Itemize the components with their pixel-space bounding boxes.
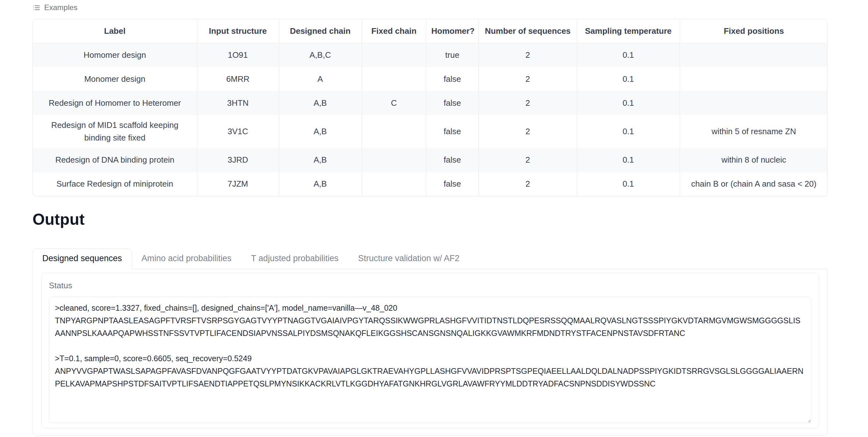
cell-fixed-positions[interactable] [680,91,828,115]
cell-input-structure[interactable]: 3JRD [197,148,279,172]
example-row-miniprotein-surface[interactable]: Surface Redesign of miniprotein 7JZM A,B… [33,172,828,196]
cell-fixed-chain[interactable] [362,67,426,91]
cell-designed-chain[interactable]: A [279,67,362,91]
cell-number-of-sequences[interactable]: 2 [478,67,577,91]
output-heading: Output [32,210,828,229]
cell-input-structure[interactable]: 7JZM [197,172,279,196]
tab-structure-validation-af2[interactable]: Structure validation w/ AF2 [348,248,469,269]
status-label: Status [49,281,811,291]
example-row-homomer-to-heteromer[interactable]: Redesign of Homomer to Heteromer 3HTN A,… [33,91,828,115]
cell-number-of-sequences[interactable]: 2 [478,91,577,115]
cell-fixed-positions[interactable] [680,67,828,91]
cell-designed-chain[interactable]: A,B [279,172,362,196]
cell-input-structure[interactable]: 3HTN [197,91,279,115]
cell-input-structure[interactable]: 6MRR [197,67,279,91]
cell-sampling-temperature[interactable]: 0.1 [577,67,680,91]
example-row-mid1-scaffold[interactable]: Redesign of MID1 scaffold keeping bindin… [33,115,828,148]
cell-input-structure[interactable]: 1O91 [197,43,279,67]
cell-label[interactable]: Surface Redesign of miniprotein [33,172,197,196]
cell-number-of-sequences[interactable]: 2 [478,148,577,172]
status-group: Status >cleaned, score=1.3327, fixed_cha… [41,273,819,429]
col-header-label: Label [33,19,197,43]
list-icon [32,4,40,12]
cell-homomer[interactable]: false [426,148,478,172]
cell-label[interactable]: Homomer design [33,43,197,67]
examples-table: Label Input structure Designed chain Fix… [33,19,828,196]
cell-number-of-sequences[interactable]: 2 [478,43,577,67]
cell-number-of-sequences[interactable]: 2 [478,172,577,196]
col-header-sampling-temperature: Sampling temperature [577,19,680,43]
tab-designed-sequences[interactable]: Designed sequences [32,248,132,269]
col-header-number-of-sequences: Number of sequences [478,19,577,43]
cell-homomer[interactable]: false [426,172,478,196]
cell-sampling-temperature[interactable]: 0.1 [577,91,680,115]
cell-sampling-temperature[interactable]: 0.1 [577,43,680,67]
cell-fixed-positions[interactable]: within 5 of resname ZN [680,115,828,148]
tab-nav: Designed sequences Amino acid probabilit… [32,248,828,269]
cell-fixed-chain[interactable] [362,172,426,196]
cell-designed-chain[interactable]: A,B [279,148,362,172]
cell-designed-chain[interactable]: A,B [279,115,362,148]
cell-sampling-temperature[interactable]: 0.1 [577,148,680,172]
cell-fixed-positions[interactable] [680,43,828,67]
tab-amino-acid-probabilities[interactable]: Amino acid probabilities [132,248,241,269]
cell-homomer[interactable]: false [426,67,478,91]
col-header-homomer: Homomer? [426,19,478,43]
cell-fixed-positions[interactable]: within 8 of nucleic [680,148,828,172]
cell-fixed-positions[interactable]: chain B or (chain A and sasa < 20) [680,172,828,196]
page: Examples Label Input structure Designed … [0,0,868,435]
cell-homomer[interactable]: true [426,43,478,67]
cell-label[interactable]: Redesign of Homomer to Heteromer [33,91,197,115]
col-header-fixed-chain: Fixed chain [362,19,426,43]
output-tabs-area: Designed sequences Amino acid probabilit… [32,248,828,435]
cell-label[interactable]: Redesign of DNA binding protein [33,148,197,172]
col-header-input-structure: Input structure [197,19,279,43]
example-row-dna-binding-protein[interactable]: Redesign of DNA binding protein 3JRD A,B… [33,148,828,172]
cell-fixed-chain[interactable] [362,148,426,172]
cell-fixed-chain[interactable] [362,115,426,148]
example-row-homomer-design[interactable]: Homomer design 1O91 A,B,C true 2 0.1 [33,43,828,67]
cell-label[interactable]: Redesign of MID1 scaffold keeping bindin… [33,115,197,148]
examples-table-card: Label Input structure Designed chain Fix… [32,19,828,196]
cell-designed-chain[interactable]: A,B [279,91,362,115]
cell-input-structure[interactable]: 3V1C [197,115,279,148]
cell-fixed-chain[interactable] [362,43,426,67]
cell-fixed-chain[interactable]: C [362,91,426,115]
cell-sampling-temperature[interactable]: 0.1 [577,115,680,148]
col-header-fixed-positions: Fixed positions [680,19,828,43]
tab-t-adjusted-probabilities[interactable]: T adjusted probabilities [241,248,348,269]
cell-designed-chain[interactable]: A,B,C [279,43,362,67]
example-row-monomer-design[interactable]: Monomer design 6MRR A false 2 0.1 [33,67,828,91]
cell-number-of-sequences[interactable]: 2 [478,115,577,148]
cell-homomer[interactable]: false [426,115,478,148]
examples-table-header-row: Label Input structure Designed chain Fix… [33,19,828,43]
status-textarea[interactable]: >cleaned, score=1.3327, fixed_chains=[],… [49,297,811,423]
examples-title: Examples [44,4,77,11]
designed-sequences-panel: Status >cleaned, score=1.3327, fixed_cha… [32,269,828,435]
examples-header: Examples [32,2,828,13]
cell-label[interactable]: Monomer design [33,67,197,91]
cell-homomer[interactable]: false [426,91,478,115]
col-header-designed-chain: Designed chain [279,19,362,43]
cell-sampling-temperature[interactable]: 0.1 [577,172,680,196]
